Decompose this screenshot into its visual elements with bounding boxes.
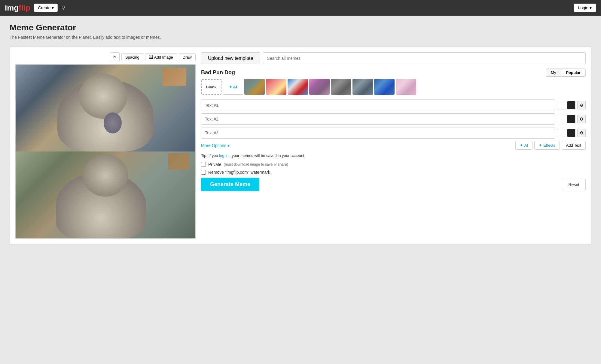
ai-thumb[interactable]: ✦ AI — [223, 79, 243, 95]
private-checkbox[interactable] — [201, 162, 206, 167]
meme-thumb-7[interactable] — [374, 79, 395, 95]
meme-bottom-image — [16, 151, 195, 238]
meme-thumb-6[interactable] — [352, 79, 373, 95]
private-label: Private — [208, 162, 221, 167]
meme-thumbnails: Blank ✦ AI — [201, 79, 586, 95]
meme-canvas — [15, 64, 196, 239]
generate-row: Generate Meme Reset — [201, 178, 586, 191]
spacing-label: Spacing — [125, 55, 139, 60]
effects-sparkle-icon: ✦ — [539, 143, 542, 148]
watermark-label: Remove "imgflip.com" watermark — [208, 170, 270, 175]
left-panel: ↻ Spacing 🖼 Add Image Draw — [15, 52, 196, 239]
logo-img: img — [5, 3, 19, 13]
navbar: imgflip Create ▾ ⚲ Login ▾ — [0, 0, 601, 16]
watermark-checkbox[interactable] — [201, 170, 206, 175]
tab-my[interactable]: My — [546, 69, 561, 76]
meme-select-row: Bad Pun Dog My Popular — [201, 69, 586, 77]
text-input-row-2: ⚙ — [201, 113, 586, 125]
ai-button[interactable]: ✦ AI — [515, 141, 532, 150]
page-content: Meme Generator The Fastest Meme Generato… — [0, 16, 601, 252]
page-title: Meme Generator — [10, 23, 591, 32]
more-options-row: More Options ▾ ✦ AI ✦ Effects Add Text — [201, 141, 586, 150]
main-card: ↻ Spacing 🖼 Add Image Draw — [10, 47, 591, 244]
navbar-left: imgflip Create ▾ ⚲ — [5, 3, 65, 13]
meme-thumb-4[interactable] — [309, 79, 330, 95]
watermark-checkbox-row: Remove "imgflip.com" watermark — [201, 170, 586, 175]
meme-top-image — [16, 65, 195, 151]
reset-button[interactable]: Reset — [562, 179, 586, 190]
private-checkbox-row: Private (must download image to save or … — [201, 162, 586, 167]
search-icon[interactable]: ⚲ — [61, 5, 65, 11]
action-buttons: ✦ AI ✦ Effects Add Text — [515, 141, 586, 150]
rotate-button[interactable]: ↻ — [110, 52, 120, 62]
chevron-down-icon: ▾ — [590, 5, 592, 10]
tab-popular[interactable]: Popular — [561, 69, 585, 76]
add-image-button[interactable]: 🖼 Add Image — [145, 53, 177, 61]
more-options-link[interactable]: More Options ▾ — [201, 143, 230, 148]
text1-color-white[interactable] — [557, 101, 565, 109]
more-options-label: More Options — [201, 143, 226, 148]
text-input-row-3: ⚙ — [201, 127, 586, 139]
meme-thumb-1[interactable] — [244, 79, 265, 95]
add-image-label: Add Image — [154, 55, 173, 60]
effects-button[interactable]: ✦ Effects — [534, 141, 560, 150]
tip-row: Tip: If you log in , your memes will be … — [201, 153, 586, 158]
logo[interactable]: imgflip — [5, 3, 30, 13]
page-subtitle: The Fastest Meme Generator on the Planet… — [10, 34, 591, 41]
spacing-button[interactable]: Spacing — [121, 53, 143, 61]
chevron-down-icon: ▾ — [52, 5, 54, 10]
search-input[interactable] — [263, 52, 586, 64]
login-label: Login — [578, 5, 588, 10]
add-text-label: Add Text — [566, 143, 581, 148]
text1-settings-button[interactable]: ⚙ — [577, 101, 586, 109]
text2-color-white[interactable] — [557, 115, 565, 123]
add-text-button[interactable]: Add Text — [562, 141, 586, 150]
create-button[interactable]: Create ▾ — [34, 4, 58, 12]
text-input-1[interactable] — [201, 99, 555, 111]
ai-sparkle-icon: ✦ — [229, 85, 232, 89]
effects-label: Effects — [543, 143, 555, 148]
text-input-3[interactable] — [201, 127, 555, 139]
tab-group: My Popular — [546, 69, 586, 77]
text3-color-white[interactable] — [557, 129, 565, 137]
text3-settings-button[interactable]: ⚙ — [577, 129, 586, 137]
meme-thumb-3[interactable] — [288, 79, 308, 95]
right-panel: Upload new template Bad Pun Dog My Popul… — [201, 52, 586, 239]
chevron-down-icon: ▾ — [227, 143, 230, 148]
text1-color-black[interactable] — [567, 101, 575, 109]
text2-color-black[interactable] — [567, 115, 575, 123]
draw-button[interactable]: Draw — [179, 53, 196, 61]
tip-suffix: , your memes will be saved in your accou… — [230, 153, 304, 158]
logo-flip: flip — [19, 3, 30, 13]
reset-label: Reset — [568, 182, 579, 187]
toolbar: ↻ Spacing 🖼 Add Image Draw — [15, 52, 196, 62]
image-icon: 🖼 — [149, 55, 153, 60]
generate-label: Generate Meme — [210, 181, 250, 187]
draw-label: Draw — [183, 55, 192, 60]
meme-thumb-5[interactable] — [331, 79, 351, 95]
ai-sparkle-icon: ✦ — [520, 143, 523, 148]
generate-meme-button[interactable]: Generate Meme — [201, 178, 259, 191]
text2-settings-button[interactable]: ⚙ — [577, 115, 586, 123]
text-input-row-1: ⚙ — [201, 99, 586, 111]
template-row: Upload new template — [201, 52, 586, 64]
upload-label: Upload new template — [208, 56, 253, 61]
ai-btn-label: AI — [524, 143, 528, 148]
create-label: Create — [38, 5, 50, 10]
blank-thumb[interactable]: Blank — [201, 79, 221, 95]
tip-text: Tip: If you — [201, 153, 219, 158]
upload-template-button[interactable]: Upload new template — [201, 52, 260, 64]
meme-thumb-2[interactable] — [266, 79, 286, 95]
tip-login-link[interactable]: log in — [219, 153, 228, 158]
text-input-2[interactable] — [201, 113, 555, 125]
text3-color-black[interactable] — [567, 129, 575, 137]
meme-thumb-8[interactable] — [396, 79, 416, 95]
private-sub: (must download image to save or share) — [224, 162, 288, 167]
login-button[interactable]: Login ▾ — [574, 4, 596, 12]
meme-name: Bad Pun Dog — [201, 69, 235, 76]
